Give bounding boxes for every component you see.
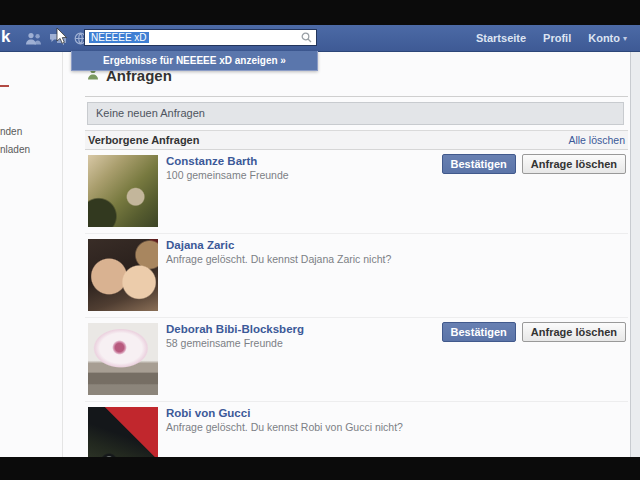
friend-request-row: Constanze Barth 100 gemeinsame Freunde B…: [85, 150, 628, 234]
profile-name-link[interactable]: Constanze Barth: [166, 155, 289, 167]
friend-request-row: Dajana Zaric Anfrage gelöscht. Du kennst…: [85, 234, 628, 318]
nav-home-link[interactable]: Startseite: [476, 32, 526, 44]
profile-photo[interactable]: [88, 323, 158, 395]
search-icon[interactable]: [301, 29, 312, 47]
request-subtitle: 58 gemeinsame Freunde: [166, 337, 304, 349]
request-info: Robi von Gucci Anfrage gelöscht. Du kenn…: [166, 407, 403, 433]
request-actions: Bestätigen Anfrage löschen: [442, 322, 626, 342]
browser-viewport: k: [0, 25, 640, 457]
sidebar-link-fragment[interactable]: nladen: [0, 144, 30, 155]
confirm-button[interactable]: Bestätigen: [442, 154, 516, 174]
delete-request-button[interactable]: Anfrage löschen: [522, 154, 626, 174]
delete-all-link[interactable]: Alle löschen: [568, 134, 625, 146]
request-info: Deborah Bibi-Blocksberg 58 gemeinsame Fr…: [166, 323, 304, 349]
nav-account-label: Konto: [588, 32, 620, 44]
chevron-down-icon: ▾: [623, 34, 627, 43]
facebook-logo[interactable]: k: [1, 27, 9, 47]
nav-profile-link[interactable]: Profil: [543, 32, 571, 44]
no-new-requests-notice: Keine neuen Anfragen: [87, 102, 624, 125]
facebook-navbar: k: [0, 25, 640, 52]
profile-photo[interactable]: [88, 155, 158, 227]
profile-photo[interactable]: [88, 407, 158, 457]
profile-name-link[interactable]: Dajana Zaric: [166, 239, 391, 251]
video-frame: k: [0, 0, 640, 480]
delete-request-button[interactable]: Anfrage löschen: [522, 322, 626, 342]
see-all-results-item[interactable]: Ergebnisse für NEEEEE xD anzeigen »: [103, 55, 286, 66]
request-subtitle: 100 gemeinsame Freunde: [166, 169, 289, 181]
hidden-requests-header: Verborgene Anfragen Alle löschen: [85, 130, 628, 150]
search-input[interactable]: NEEEEE xD: [84, 29, 317, 46]
search-results-dropdown[interactable]: Ergebnisse für NEEEEE xD anzeigen »: [71, 51, 318, 71]
request-subtitle: Anfrage gelöscht. Du kennst Robi von Guc…: [166, 421, 403, 433]
navbar-links: Startseite Profil Konto ▾: [476, 25, 627, 51]
profile-name-link[interactable]: Robi von Gucci: [166, 407, 403, 419]
profile-name-link[interactable]: Deborah Bibi-Blocksberg: [166, 323, 304, 335]
nav-account-menu[interactable]: Konto ▾: [588, 32, 627, 44]
request-info: Dajana Zaric Anfrage gelöscht. Du kennst…: [166, 239, 391, 265]
requests-page: Anfragen Keine neuen Anfragen Verborgene…: [85, 51, 628, 457]
friend-requests-icon[interactable]: [26, 32, 42, 45]
page-right-gutter: [630, 51, 640, 457]
confirm-button[interactable]: Bestätigen: [442, 322, 516, 342]
sidebar-red-marker: [0, 85, 9, 87]
friend-request-row: Robi von Gucci Anfrage gelöscht. Du kenn…: [85, 402, 628, 457]
request-actions: Bestätigen Anfrage löschen: [442, 154, 626, 174]
request-list: Constanze Barth 100 gemeinsame Freunde B…: [85, 150, 628, 457]
header-divider: [85, 96, 628, 97]
profile-photo[interactable]: [88, 239, 158, 311]
sidebar-link-fragment[interactable]: nden: [0, 126, 22, 137]
friend-request-row: Deborah Bibi-Blocksberg 58 gemeinsame Fr…: [85, 318, 628, 402]
request-info: Constanze Barth 100 gemeinsame Freunde: [166, 155, 289, 181]
mouse-cursor: [56, 28, 68, 49]
sidebar-divider: [62, 51, 63, 457]
request-subtitle: Anfrage gelöscht. Du kennst Dajana Zaric…: [166, 253, 391, 265]
hidden-requests-title: Verborgene Anfragen: [88, 134, 199, 146]
search-selected-text: NEEEEE xD: [89, 32, 149, 43]
